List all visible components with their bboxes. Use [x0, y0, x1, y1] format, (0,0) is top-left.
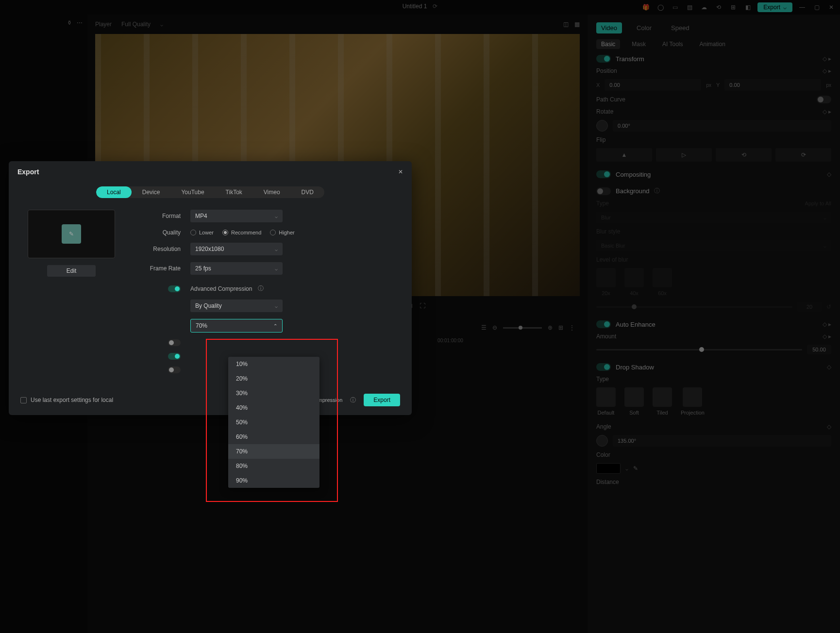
- export-confirm-button[interactable]: Export: [364, 394, 400, 406]
- edit-pencil-icon: ✎: [62, 224, 81, 244]
- edit-thumbnail-button[interactable]: Edit: [47, 265, 96, 277]
- option-toggle-1[interactable]: [168, 339, 181, 346]
- dropdown-item-30[interactable]: 30%: [228, 386, 319, 400]
- dropdown-item-40[interactable]: 40%: [228, 400, 319, 415]
- export-modal: Export ✕ Local Device YouTube TikTok Vim…: [9, 161, 412, 415]
- modal-tab-dvd[interactable]: DVD: [291, 186, 324, 198]
- dropdown-item-80[interactable]: 80%: [228, 459, 319, 473]
- dropdown-item-60[interactable]: 60%: [228, 430, 319, 444]
- modal-title: Export: [17, 168, 39, 176]
- compression-info-icon[interactable]: ⓘ: [350, 396, 356, 404]
- modal-tab-vimeo[interactable]: Vimeo: [253, 186, 291, 198]
- dropdown-item-90[interactable]: 90%: [228, 473, 319, 488]
- quality-higher-label: Higher: [279, 230, 294, 235]
- resolution-select[interactable]: 1920x1080: [190, 243, 283, 255]
- adv-compression-label: Advanced Compression: [190, 285, 252, 292]
- modal-close-icon[interactable]: ✕: [398, 168, 403, 175]
- info-icon[interactable]: ⓘ: [258, 284, 264, 293]
- compression-mode-value: By Quality: [195, 302, 222, 309]
- framerate-value: 25 fps: [195, 265, 211, 272]
- modal-tab-local[interactable]: Local: [96, 186, 132, 198]
- format-value: MP4: [195, 213, 207, 219]
- compression-info-label: mpression: [318, 397, 343, 403]
- quality-percent-select[interactable]: 70%⌃: [190, 319, 283, 333]
- dropdown-item-50[interactable]: 50%: [228, 415, 319, 430]
- use-last-label: Use last export settings for local: [31, 397, 113, 403]
- quality-recommend-label: Recommend: [231, 230, 261, 235]
- format-label: Format: [132, 213, 190, 219]
- dropdown-item-10[interactable]: 10%: [228, 357, 319, 371]
- option-toggle-3[interactable]: [168, 366, 181, 373]
- dropdown-item-70[interactable]: 70%: [228, 444, 319, 459]
- quality-percent-dropdown: 10% 20% 30% 40% 50% 60% 70% 80% 90%: [228, 357, 319, 488]
- compression-mode-select[interactable]: By Quality: [190, 300, 283, 312]
- resolution-value: 1920x1080: [195, 246, 224, 252]
- quality-higher-radio[interactable]: Higher: [270, 230, 294, 235]
- export-preview-thumb: ✎: [28, 210, 115, 258]
- dropdown-item-20[interactable]: 20%: [228, 371, 319, 386]
- resolution-label: Resolution: [132, 246, 190, 252]
- framerate-label: Frame Rate: [132, 265, 190, 272]
- quality-percent-value: 70%: [196, 322, 207, 329]
- quality-lower-label: Lower: [199, 230, 214, 235]
- format-select[interactable]: MP4: [190, 210, 283, 222]
- quality-label: Quality: [132, 229, 190, 236]
- modal-tab-tiktok[interactable]: TikTok: [215, 186, 253, 198]
- option-toggle-2[interactable]: [168, 353, 181, 360]
- use-last-checkbox[interactable]: [20, 397, 27, 403]
- quality-recommend-radio[interactable]: Recommend: [222, 230, 261, 235]
- framerate-select[interactable]: 25 fps: [190, 262, 283, 275]
- modal-tab-device[interactable]: Device: [132, 186, 171, 198]
- modal-tab-youtube[interactable]: YouTube: [170, 186, 215, 198]
- quality-lower-radio[interactable]: Lower: [190, 230, 214, 235]
- adv-compression-toggle[interactable]: [168, 285, 181, 292]
